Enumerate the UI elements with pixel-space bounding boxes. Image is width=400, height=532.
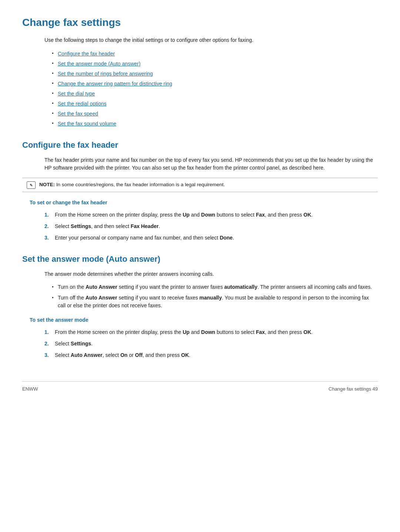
link-redial-options[interactable]: Set the redial options (58, 101, 107, 107)
bullet-auto-answer-on: Turn on the Auto Answer setting if you w… (52, 283, 378, 291)
list-item[interactable]: Set the fax speed (52, 110, 378, 118)
page-title: Change fax settings (22, 15, 378, 30)
subsection-title-set-fax-header: To set or change the fax header (30, 199, 378, 207)
section-title-set-answer-mode: Set the answer mode (Auto answer) (22, 253, 378, 265)
link-fax-sound-volume[interactable]: Set the fax sound volume (58, 121, 116, 127)
link-answer-ring-pattern[interactable]: Change the answer ring pattern for disti… (58, 81, 172, 87)
note-text: In some countries/regions, the fax heade… (56, 182, 225, 187)
steps-set-answer-mode: 1. From the Home screen on the printer d… (44, 328, 378, 359)
note-box: NOTE: In some countries/regions, the fax… (22, 178, 378, 192)
step-item: 1. From the Home screen on the printer d… (44, 328, 378, 336)
steps-set-fax-header: 1. From the Home screen on the printer d… (44, 211, 378, 242)
list-item[interactable]: Change the answer ring pattern for disti… (52, 80, 378, 88)
list-item[interactable]: Set the fax sound volume (52, 120, 378, 128)
step-item: 2. Select Settings, and then select Fax … (44, 222, 378, 230)
subsection-title-set-answer-mode: To set the answer mode (30, 316, 378, 324)
configure-fax-header-body: The fax header prints your name and fax … (44, 156, 378, 172)
step-item: 3. Enter your personal or company name a… (44, 234, 378, 242)
link-fax-speed[interactable]: Set the fax speed (58, 111, 98, 117)
footer-left: ENWW (22, 385, 38, 393)
step-item: 3. Select Auto Answer, select On or Off,… (44, 351, 378, 359)
link-rings-before-answering[interactable]: Set the number of rings before answering (58, 71, 153, 77)
answer-mode-bullets: Turn on the Auto Answer setting if you w… (52, 283, 378, 310)
intro-text: Use the following steps to change the in… (44, 36, 378, 44)
list-item[interactable]: Set the number of rings before answering (52, 70, 378, 78)
footer-right: Change fax settings 49 (329, 385, 378, 393)
link-dial-type[interactable]: Set the dial type (58, 91, 95, 97)
list-item[interactable]: Set the dial type (52, 90, 378, 98)
note-label: NOTE: In some countries/regions, the fax… (39, 181, 225, 188)
list-item[interactable]: Set the redial options (52, 100, 378, 108)
link-configure-fax-header[interactable]: Configure the fax header (58, 51, 115, 57)
section-title-configure-fax-header: Configure the fax header (22, 139, 378, 151)
answer-mode-intro: The answer mode determines whether the p… (44, 270, 378, 278)
link-list: Configure the fax header Set the answer … (52, 50, 378, 128)
step-item: 2. Select Settings. (44, 340, 378, 348)
footer: ENWW Change fax settings 49 (22, 381, 378, 393)
bullet-auto-answer-off: Turn off the Auto Answer setting if you … (52, 294, 378, 310)
list-item[interactable]: Configure the fax header (52, 50, 378, 58)
note-icon (27, 181, 36, 189)
list-item[interactable]: Set the answer mode (Auto answer) (52, 60, 378, 68)
step-item: 1. From the Home screen on the printer d… (44, 211, 378, 219)
link-answer-mode[interactable]: Set the answer mode (Auto answer) (58, 61, 140, 67)
